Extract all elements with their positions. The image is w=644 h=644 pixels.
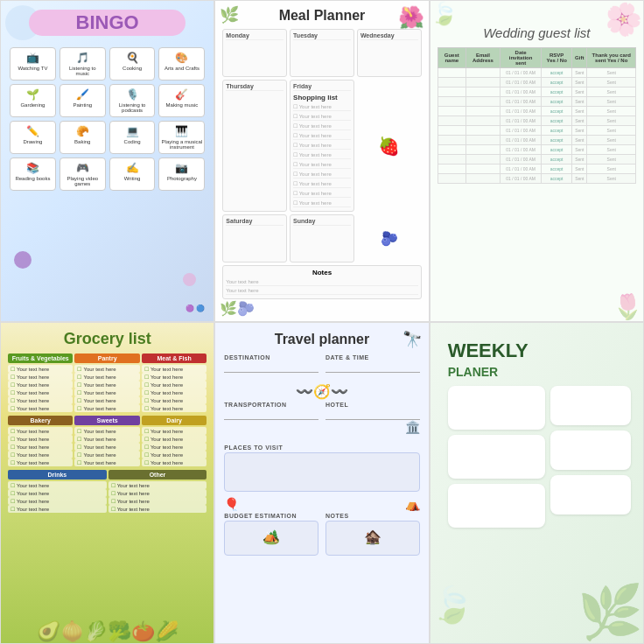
bingo-cell-5: 🌱Gardening: [10, 84, 56, 117]
meal-decor-flower: 🌺: [398, 5, 424, 30]
grocery-meat-header: Meat & Fish: [142, 354, 206, 363]
grocery-item: ☐Your text here: [142, 443, 206, 451]
grocery-rows-2: ☐Your text here ☐Your text here ☐Your te…: [8, 427, 206, 466]
shopping-line-6: ☐ Your text here: [293, 150, 351, 159]
travel-notes-field: NOTES 🏚️: [326, 513, 420, 556]
table-row: 01 / 01 / 00 AMacceptSentSent: [438, 116, 635, 126]
meal-thursday: Thursday: [222, 80, 287, 212]
meal-planner-cell: 🌺 🌿 Meal Planner Monday Tuesday Wednesda…: [214, 0, 429, 322]
travel-notes-label: NOTES: [326, 513, 420, 519]
grocery-item: ☐Your text here: [8, 481, 107, 489]
main-grid: BINGO 📺Watching TV 🎵Listening to music 🍳…: [0, 0, 644, 644]
meal-sunday: Sunday: [290, 214, 354, 262]
meal-friday: Friday Shopping list ☐ Your text here ☐ …: [290, 80, 354, 212]
grocery-title: Grocery list: [8, 330, 206, 348]
bingo-cell-16: 📷Photography: [158, 158, 205, 191]
shopping-line-3: ☐ Your text here: [293, 122, 351, 130]
weekly-title: WEEKLY: [448, 340, 626, 361]
bingo-footer: 🟣 🔵: [186, 304, 205, 312]
shopping-line-8: ☐ Your text here: [293, 170, 351, 178]
weekly-left-col: [448, 386, 546, 528]
table-row: 01 / 01 / 00 AMacceptSentSent: [438, 174, 635, 184]
weekly-content: WEEKLY PLANER: [439, 332, 634, 536]
grocery-item: ☐Your text here: [8, 458, 73, 466]
travel-decor-path: 〰️🧭〰️: [224, 383, 419, 400]
decor-circle-2: [14, 251, 32, 269]
grocery-other-header: Other: [108, 470, 207, 480]
grocery-item: ☐Your text here: [142, 435, 206, 443]
grocery-col-6: ☐Your text here ☐Your text here ☐Your te…: [142, 427, 206, 466]
meal-monday: Monday: [222, 29, 287, 77]
weekly-box-3: [448, 484, 546, 528]
travel-datetime-box: [326, 362, 420, 373]
travel-destination-box: [224, 362, 318, 373]
shopping-line-4: ☐ Your text here: [293, 131, 351, 140]
travel-budget-label: BUDGET ESTIMATION: [224, 513, 318, 519]
col-guest-name: Guest name: [438, 48, 466, 68]
grocery-item: ☐Your text here: [142, 451, 206, 458]
grocery-item: ☐Your text here: [74, 381, 139, 388]
col-date: Date invitation sent: [500, 48, 542, 68]
shopping-line-7: ☐ Your text here: [293, 160, 351, 169]
bingo-cell-1: 📺Watching TV: [10, 47, 56, 80]
col-thank: Thank you card sent Yes / No: [587, 48, 636, 68]
grocery-item: ☐Your text here: [8, 365, 73, 373]
bingo-cell-12: 🎹Playing a musical instrument: [158, 121, 205, 154]
grocery-decor-vegetables: 🥑🧅🥬🥦🍅🌽: [1, 620, 214, 643]
wedding-table: Guest name Email Address Date invitation…: [438, 47, 636, 184]
grocery-item: ☐Your text here: [8, 451, 73, 458]
wedding-cell: 🌸 🍃 Wedding guest list Guest name Email …: [430, 0, 644, 322]
grocery-item: ☐Your text here: [108, 505, 207, 513]
shopping-line-2: ☐ Your text here: [293, 112, 351, 121]
weekly-box-1: [448, 386, 546, 430]
bingo-cell-2: 🎵Listening to music: [60, 47, 106, 80]
weekly-decor-monstera: 🌿: [578, 581, 643, 643]
travel-datetime-field: DATE & TIME: [326, 354, 420, 373]
grocery-col-5: ☐Your text here ☐Your text here ☐Your te…: [74, 427, 139, 466]
bingo-cell-8: 🎸Making music: [158, 84, 205, 117]
grocery-rows-1: ☐Your text here ☐Your text here ☐Your te…: [8, 365, 206, 412]
travel-destination-label: DESTINATION: [224, 354, 318, 360]
travel-destination-field: DESTINATION: [224, 354, 318, 373]
grocery-rows-3: ☐Your text here ☐Your text here ☐Your te…: [8, 481, 206, 513]
grocery-item: ☐Your text here: [8, 427, 73, 435]
grocery-item: ☐Your text here: [142, 458, 206, 466]
travel-transport-field: TRANSPORTATION: [224, 402, 318, 434]
grocery-item: ☐Your text here: [108, 481, 207, 489]
col-gift: Gift: [572, 48, 587, 68]
travel-cell: Travel planner 🔭 DESTINATION DATE & TIME…: [214, 322, 429, 644]
travel-hotel-field: HOTEL 🏛️: [326, 402, 420, 434]
bingo-cell: BINGO 📺Watching TV 🎵Listening to music 🍳…: [0, 0, 214, 322]
weekly-right-col: [550, 386, 630, 528]
grocery-item: ☐Your text here: [8, 388, 73, 396]
table-row: 01 / 01 / 00 AMacceptSentSent: [438, 155, 635, 164]
table-row: 01 / 01 / 00 AMacceptSentSent: [438, 97, 635, 107]
shopping-line-5: ☐ Your text here: [293, 141, 351, 150]
travel-hotel-box: [326, 410, 420, 420]
grocery-fruits-header: Fruits & Vegetables: [8, 354, 73, 363]
meal-decor-blackberry: 🫐: [357, 214, 422, 262]
grocery-col-4: ☐Your text here ☐Your text here ☐Your te…: [8, 427, 73, 466]
travel-budget-box: 🏕️: [224, 521, 318, 556]
bingo-cell-4: 🎨Arts and Crafts: [158, 47, 205, 80]
bingo-cell-3: 🍳Cooking: [109, 47, 156, 80]
notes-line: Your text here: [226, 278, 417, 286]
grocery-item: ☐Your text here: [8, 396, 73, 404]
meal-planner-title: Meal Planner: [222, 8, 421, 24]
grocery-item: ☐Your text here: [74, 396, 139, 404]
meal-notes-title: Notes: [226, 269, 417, 276]
travel-datetime-label: DATE & TIME: [326, 354, 420, 360]
bingo-grid: 📺Watching TV 🎵Listening to music 🍳Cookin…: [10, 47, 205, 191]
table-row: 01 / 01 / 00 AMacceptSentSent: [438, 145, 635, 155]
travel-bottom-section: BUDGET ESTIMATION 🏕️ NOTES 🏚️: [224, 513, 419, 556]
grocery-item: ☐Your text here: [74, 451, 139, 458]
col-rsvp: RSVP Yes / No: [542, 48, 572, 68]
meal-tuesday: Tuesday: [290, 29, 354, 77]
grocery-item: ☐Your text here: [8, 373, 73, 381]
grocery-item: ☐Your text here: [8, 381, 73, 388]
bingo-cell-13: 📚Reading books: [10, 158, 56, 191]
grocery-header-2: Bakery Sweets Dairy: [8, 416, 206, 425]
bingo-cell-14: 🎮Playing video games: [60, 158, 106, 191]
grocery-col-1: ☐Your text here ☐Your text here ☐Your te…: [8, 365, 73, 412]
grocery-item: ☐Your text here: [8, 505, 107, 513]
